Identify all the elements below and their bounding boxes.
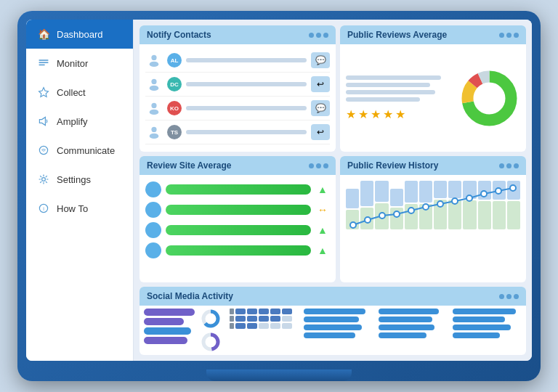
history-body <box>340 175 526 282</box>
svg-point-9 <box>150 62 159 67</box>
bar-circle <box>145 202 161 218</box>
review-site-avg-header: Review Site Average <box>140 156 336 175</box>
sidebar-item-collect[interactable]: Collect <box>26 78 133 107</box>
grid-row <box>230 323 292 329</box>
dot <box>309 33 314 38</box>
contact-action-ts[interactable]: ↩ <box>311 124 330 140</box>
main-content: Notify Contacts AL <box>134 20 532 361</box>
svg-rect-0 <box>39 60 49 61</box>
soc-line <box>304 309 365 314</box>
badge-dc: DC <box>167 77 182 91</box>
review-site-avg-card: Review Site Average ▲ <box>140 156 336 282</box>
trend-up-icon-3: ▲ <box>315 243 330 258</box>
soc-line <box>304 317 359 322</box>
grid-label <box>230 309 234 314</box>
contact-line <box>186 130 307 134</box>
notify-contacts-header: Notify Contacts <box>140 25 336 44</box>
bar-circle <box>145 242 161 258</box>
soc-lines-col1 <box>304 309 373 338</box>
social-col-lines <box>304 309 522 338</box>
sidebar-item-amplify[interactable]: Amplify <box>26 107 133 136</box>
sidebar-item-settings[interactable]: Settings <box>26 165 133 194</box>
notify-dots <box>309 33 328 38</box>
trend-sideways-icon: ↔ <box>315 203 330 217</box>
grid-row <box>230 316 292 322</box>
public-review-history-header: Public Review History <box>340 156 526 175</box>
grid-cell <box>282 309 292 314</box>
sidebar-item-communicate[interactable]: Communicate <box>26 136 133 165</box>
home-icon: 🏠 <box>36 27 51 41</box>
review-site-avg-body: ▲ ↔ ▲ <box>140 175 336 282</box>
soc-line <box>453 324 511 330</box>
grid-cell <box>282 323 292 329</box>
social-col-donuts <box>201 309 221 352</box>
grid-cell <box>270 316 280 322</box>
svg-rect-2 <box>39 65 45 66</box>
soc-bar <box>144 327 191 335</box>
grid-label <box>230 323 234 329</box>
grid-label <box>230 316 234 322</box>
grid-cell <box>247 316 257 322</box>
sidebar-item-howto[interactable]: i How To <box>26 194 133 223</box>
dot <box>514 294 519 299</box>
public-reviews-header: Public Reviews Average <box>340 25 526 44</box>
grid-cell <box>270 323 280 329</box>
soc-line <box>453 309 516 314</box>
donut-chart <box>458 68 520 129</box>
soc-lines-col2 <box>379 309 448 338</box>
contact-line <box>186 106 307 110</box>
monitor-icon <box>36 56 51 70</box>
sidebar-item-dashboard[interactable]: 🏠 Dashboard <box>26 20 133 49</box>
svg-point-35 <box>206 314 215 323</box>
social-media-header: Social Media Activity <box>140 287 526 306</box>
svg-point-13 <box>150 110 159 115</box>
info-icon: i <box>36 201 51 216</box>
review-line <box>346 83 430 87</box>
review-line <box>346 75 441 80</box>
grid-cell <box>270 309 280 314</box>
settings-icon <box>36 172 51 187</box>
soc-line <box>453 332 499 338</box>
dot <box>514 163 519 168</box>
dot <box>514 33 519 38</box>
history-dots <box>499 163 519 168</box>
trend-up-icon-2: ▲ <box>315 223 330 237</box>
star-1: ★ <box>346 107 356 121</box>
contact-row: DC ↩ <box>145 73 330 97</box>
soc-line <box>304 324 362 330</box>
star-2: ★ <box>358 107 368 121</box>
svg-point-11 <box>150 86 159 91</box>
svg-point-38 <box>206 338 215 346</box>
dot <box>309 163 314 168</box>
soc-lines-col3 <box>453 309 522 338</box>
grid-cell <box>259 323 269 329</box>
contact-line <box>186 58 307 62</box>
reviews-dots <box>499 33 519 38</box>
bar-circle <box>145 222 161 238</box>
contact-action-ko[interactable]: 💬 <box>311 100 330 116</box>
public-review-history-card: Public Review History <box>340 156 526 282</box>
reviews-left: ★ ★ ★ ★ ★ <box>346 75 451 121</box>
notify-contacts-body: AL 💬 DC ↩ <box>140 44 336 152</box>
bar-fill <box>166 225 311 235</box>
svg-point-4 <box>39 146 47 154</box>
contact-action-dc[interactable]: ↩ <box>311 76 330 92</box>
badge-ts: TS <box>167 125 182 139</box>
review-line <box>346 90 435 94</box>
contact-action-al[interactable]: 💬 <box>311 52 330 68</box>
contact-row: TS ↩ <box>145 121 330 144</box>
dot <box>506 294 512 299</box>
badge-al: AL <box>167 53 182 68</box>
contact-row: AL 💬 <box>145 49 330 73</box>
soc-bar <box>144 309 195 316</box>
sidebar-item-monitor[interactable]: Monitor <box>26 49 133 78</box>
soc-line <box>379 324 435 330</box>
star-3: ★ <box>371 107 381 121</box>
amplify-icon <box>36 114 51 128</box>
bar-circle <box>145 181 161 197</box>
soc-line <box>304 332 355 338</box>
sidebar: 🏠 Dashboard Monitor Collect Amplify <box>26 20 134 361</box>
avatar-ts <box>145 123 163 141</box>
soc-bar <box>144 318 184 325</box>
svg-text:i: i <box>43 205 44 212</box>
